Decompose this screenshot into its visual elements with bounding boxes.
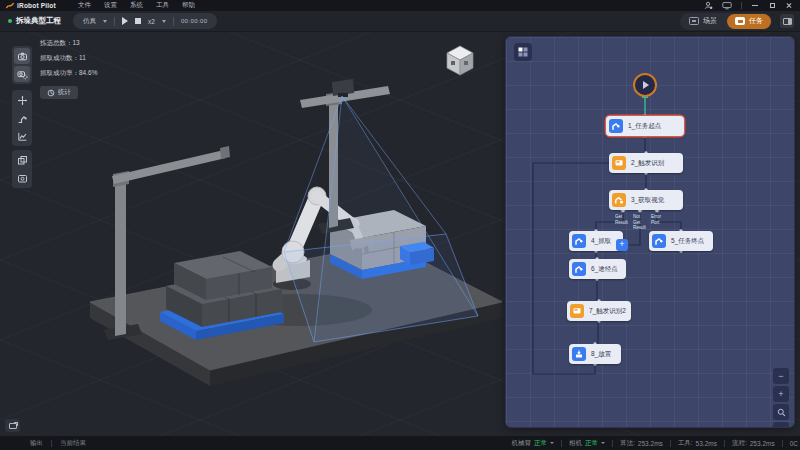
- scene-icon: [689, 17, 699, 25]
- robot-status[interactable]: 机械臂 正常: [512, 439, 555, 448]
- minimize-button[interactable]: [751, 2, 759, 10]
- flow-node-4[interactable]: 4_抓取: [569, 231, 623, 251]
- app-name: iRobot Pilot: [17, 2, 56, 9]
- chart-tool-button[interactable]: [14, 128, 30, 144]
- node-label: 5_任务终点: [671, 237, 704, 246]
- play-icon: [643, 81, 649, 89]
- tab-scene[interactable]: 场景: [681, 14, 725, 29]
- sim-mode-dropdown[interactable]: 仿真: [83, 17, 96, 26]
- viewport-toolbar-tools: [12, 90, 32, 146]
- menu-tools[interactable]: 工具: [156, 1, 169, 10]
- pick-stats-panel: 拣选总数：13 抓取成功数：11 抓取成功率：84.6% 统计: [40, 39, 97, 99]
- chevron-down-icon: [601, 442, 605, 444]
- task-flow-panel[interactable]: 1_任务起点 2_触发识别 3_获取视觉 Get Result Not Get …: [505, 36, 795, 428]
- flow-zoom-toolbar: − + 1:1: [773, 368, 789, 428]
- screenshot-icon: [17, 173, 28, 184]
- menu-file[interactable]: 文件: [78, 1, 91, 10]
- project-name: 拆垛典型工程: [16, 16, 61, 26]
- menu-system[interactable]: 系统: [130, 1, 143, 10]
- flow-node-1[interactable]: 1_任务起点: [606, 116, 684, 136]
- pie-chart-icon: [47, 89, 55, 97]
- robot-tool-button[interactable]: [14, 110, 30, 126]
- display-icon[interactable]: [722, 1, 732, 11]
- port-label-not-get-result: Not Get Result: [633, 214, 647, 231]
- node-label: 7_触发识别2: [589, 307, 626, 316]
- app-logo: iRobot Pilot: [6, 2, 56, 10]
- titlebar-divider: [741, 2, 742, 9]
- waypoint-icon: [572, 262, 586, 276]
- current-result-tab[interactable]: 当前结果: [60, 439, 86, 448]
- move-tool-button[interactable]: [14, 92, 30, 108]
- chevron-down-icon[interactable]: [103, 20, 107, 23]
- copy-layers-button[interactable]: [14, 152, 30, 168]
- robot-icon: [17, 113, 28, 124]
- speed-dropdown[interactable]: x2: [148, 18, 155, 25]
- gripper-icon: [572, 234, 586, 248]
- main-toolbar: 拆垛典型工程 仿真 x2 00:00:00 场景 任务: [0, 11, 800, 32]
- port-label-get-result: Get Result: [615, 214, 630, 225]
- zoom-search-button[interactable]: [773, 404, 789, 420]
- screenshot-button[interactable]: [14, 170, 30, 186]
- orientation-cube[interactable]: [447, 46, 473, 75]
- node-label: 8_放置: [591, 350, 611, 359]
- panel-toggle-button[interactable]: [780, 14, 794, 28]
- menu-settings[interactable]: 设置: [104, 1, 117, 10]
- place-icon: [572, 347, 586, 361]
- flow-node-8[interactable]: 8_放置: [569, 344, 621, 364]
- gripper-icon: [609, 119, 623, 133]
- menubar: 文件 设置 系统 工具 帮助: [78, 1, 195, 10]
- grid-icon: [518, 47, 528, 57]
- expand-icon: [9, 423, 17, 429]
- gripper-icon: [652, 234, 666, 248]
- output-panel-toggle[interactable]: [5, 419, 20, 432]
- viewport-toolbar-capture: [12, 150, 32, 188]
- node-library-button[interactable]: [514, 43, 532, 61]
- flow-node-5[interactable]: 5_任务终点: [649, 231, 713, 251]
- add-node-button[interactable]: +: [616, 239, 628, 251]
- view-switcher: 场景 任务: [680, 13, 772, 30]
- metric-tool: 工具:53.2ms: [678, 439, 717, 448]
- statistics-button[interactable]: 统计: [40, 86, 78, 99]
- vision-icon: [570, 304, 584, 318]
- zoom-in-button[interactable]: +: [773, 386, 789, 402]
- simulation-controls: 仿真 x2 00:00:00: [73, 13, 217, 29]
- project-status-dot: [8, 19, 12, 23]
- vision-result-icon: [612, 193, 626, 207]
- zoom-out-button[interactable]: −: [773, 368, 789, 384]
- maximize-button[interactable]: [768, 2, 776, 10]
- output-tab[interactable]: 输出: [30, 439, 43, 448]
- flow-start-node[interactable]: [633, 73, 657, 97]
- move-icon: [17, 95, 28, 106]
- simulation-timer: 00:00:00: [181, 18, 208, 24]
- titlebar: iRobot Pilot 文件 设置 系统 工具 帮助: [0, 0, 800, 11]
- logo-icon: [6, 2, 14, 10]
- metric-process: 流程:253.2ms: [732, 439, 775, 448]
- close-button[interactable]: [785, 2, 793, 10]
- stop-button[interactable]: [135, 18, 141, 24]
- project-indicator: 拆垛典型工程: [8, 16, 61, 26]
- camera-view-button[interactable]: [14, 48, 30, 64]
- tab-task[interactable]: 任务: [727, 14, 771, 29]
- play-button[interactable]: [122, 17, 128, 25]
- flow-node-6[interactable]: 6_途经点: [569, 259, 626, 279]
- camera-icon: [17, 51, 28, 62]
- node-label: 2_触发识别: [631, 159, 664, 168]
- zoom-fit-button[interactable]: 1:1: [773, 422, 789, 428]
- statusbar: 输出 当前结果 机械臂 正常 相机 正常 算法:253.2ms 工具:53.2m…: [0, 436, 800, 450]
- node-label: 1_任务起点: [628, 122, 661, 131]
- camera-settings-button[interactable]: [14, 66, 30, 82]
- magnifier-icon: [777, 408, 786, 417]
- stat-total-picks: 拣选总数：13: [40, 39, 97, 48]
- flow-node-7[interactable]: 7_触发识别2: [567, 301, 631, 321]
- chart-icon: [17, 131, 28, 142]
- user-icon[interactable]: [704, 1, 713, 11]
- statusbar-trailing: 0C: [790, 440, 798, 447]
- menu-help[interactable]: 帮助: [182, 1, 195, 10]
- flow-node-2[interactable]: 2_触发识别: [609, 153, 683, 173]
- chevron-down-icon[interactable]: [162, 20, 166, 23]
- viewport-toolbar-view: [12, 46, 32, 84]
- camera-status[interactable]: 相机 正常: [569, 439, 605, 448]
- stat-success-count: 抓取成功数：11: [40, 54, 97, 63]
- flow-node-3[interactable]: 3_获取视觉: [609, 190, 683, 210]
- app-window: iRobot Pilot 文件 设置 系统 工具 帮助 拆垛典型工程: [0, 0, 800, 450]
